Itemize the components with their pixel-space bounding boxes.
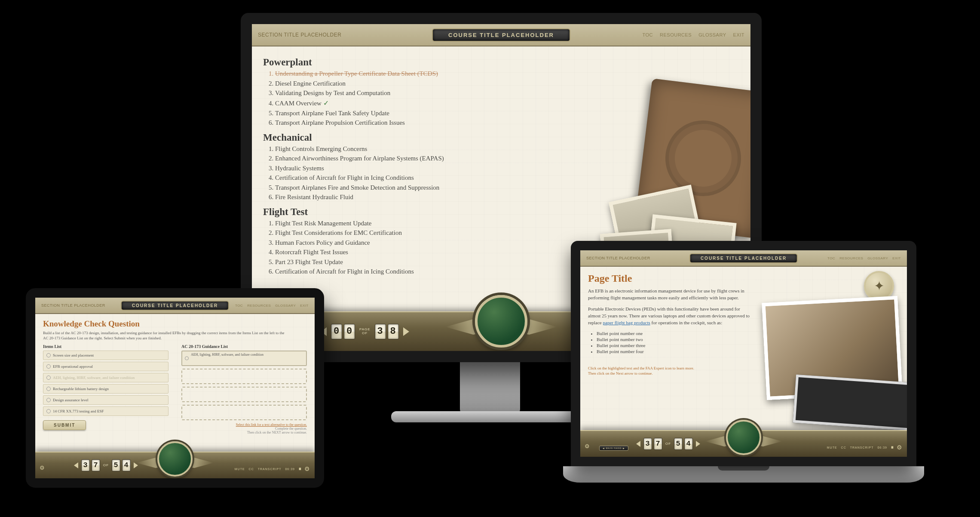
- page-of-label: PAGE OF: [359, 328, 371, 335]
- laptop-base: [563, 466, 924, 483]
- knowledge-check-columns: Items List Screen size and placement EFB…: [43, 344, 307, 434]
- of-word: OF: [362, 332, 368, 335]
- time-display: 06:39: [285, 468, 295, 471]
- page-of-label: OF: [103, 464, 109, 468]
- page-title: Page Title: [588, 273, 899, 284]
- course-title-plate: COURSE TITLE PLACEHOLDER: [689, 253, 798, 263]
- digit: 4: [684, 438, 693, 450]
- nav-exit[interactable]: EXIT: [300, 304, 309, 308]
- section-heading-powerplant: Powerplant: [263, 57, 739, 68]
- cc-button[interactable]: CC: [841, 446, 846, 449]
- nav-glossary[interactable]: GLOSSARY: [698, 32, 726, 37]
- nav-glossary[interactable]: GLOSSARY: [867, 256, 888, 260]
- tablet-device: SECTION TITLE PLACEHOLDER COURSE TITLE P…: [26, 288, 327, 488]
- drop-slot-empty[interactable]: [181, 369, 307, 384]
- digit: 5: [674, 438, 683, 450]
- text-alternative-link[interactable]: Select this link for a text alternative …: [236, 423, 307, 427]
- digit: 7: [92, 459, 100, 471]
- digit: 3: [643, 438, 652, 450]
- settings-gear-icon[interactable]: ⚙: [585, 443, 590, 450]
- nav-toc[interactable]: TOC: [827, 256, 835, 260]
- next-page-arrow[interactable]: [134, 462, 138, 468]
- secondary-photo: [793, 375, 907, 431]
- header-nav: TOC RESOURCES GLOSSARY EXIT: [235, 304, 309, 308]
- nav-exit[interactable]: EXIT: [733, 32, 744, 37]
- mute-button[interactable]: MUTE: [235, 468, 245, 471]
- draggable-item[interactable]: Rechargeable lithium battery design: [43, 384, 168, 394]
- kc-footer-hints: Select this link for a text alternative …: [181, 423, 307, 434]
- settings-gear-icon[interactable]: ⚙: [40, 465, 45, 471]
- footer-bar: ⚙ ◀ MAIN HANG ▶ 3 7 OF 5 4 MU: [580, 430, 907, 457]
- page-title: Knowledge Check Question: [43, 319, 307, 329]
- laptop-notch: [718, 466, 769, 471]
- toc-item-label: CAAM Overview: [275, 100, 322, 107]
- submit-button[interactable]: SUBMIT: [43, 420, 86, 430]
- section-title-placeholder: SECTION TITLE PLACEHOLDER: [258, 32, 341, 38]
- nav-resources[interactable]: RESOURCES: [839, 256, 863, 260]
- tablet-screen: SECTION TITLE PLACEHOLDER COURSE TITLE P…: [26, 288, 324, 488]
- laptop-screen: SECTION TITLE PLACEHOLDER COURSE TITLE P…: [571, 241, 916, 466]
- draggable-item[interactable]: Screen size and placement: [43, 351, 168, 360]
- gear-icon[interactable]: [304, 465, 310, 472]
- channel-plate: ◀ MAIN HANG ▶: [599, 446, 628, 451]
- header-bar: SECTION TITLE PLACEHOLDER COURSE TITLE P…: [35, 298, 315, 314]
- section-title-placeholder: SECTION TITLE PLACEHOLDER: [41, 303, 105, 308]
- drop-slot-empty[interactable]: [181, 405, 307, 420]
- nav-resources[interactable]: RESOURCES: [247, 304, 271, 308]
- transcript-button[interactable]: TRANSCRIPT: [258, 468, 282, 471]
- prev-page-arrow[interactable]: [74, 462, 78, 468]
- current-page-digits: 0 0: [331, 324, 355, 339]
- next-page-arrow[interactable]: [696, 441, 700, 447]
- mute-button[interactable]: MUTE: [827, 446, 837, 449]
- faa-seal-icon: [475, 295, 527, 348]
- pager: 0 0 PAGE OF 3 8: [321, 324, 409, 339]
- pause-icon[interactable]: [299, 467, 300, 471]
- transcript-button[interactable]: TRANSCRIPT: [850, 446, 874, 449]
- toc-item[interactable]: Understanding a Propeller Type Certifica…: [275, 69, 739, 79]
- inline-link[interactable]: paper flight bag products: [603, 320, 650, 325]
- of-word: OF: [103, 464, 109, 468]
- body-paragraph: An EFB is an electronic information mana…: [588, 288, 750, 302]
- digit: 0: [344, 324, 355, 339]
- guidance-list-heading: AC 20-173 Guidance List: [181, 344, 307, 349]
- pause-icon[interactable]: [891, 446, 893, 449]
- cc-button[interactable]: CC: [249, 468, 254, 471]
- pager: 3 7 OF 5 4: [636, 438, 700, 450]
- nav-toc[interactable]: TOC: [235, 304, 243, 308]
- checkmark-icon: ✓: [323, 99, 329, 107]
- draggable-item-used[interactable]: AEH, lighting, HIRF, software, and failu…: [43, 373, 168, 382]
- body-paragraph: Portable Electronic Devices (PEDs) with …: [588, 306, 750, 326]
- header-bar: SECTION TITLE PLACEHOLDER COURSE TITLE P…: [580, 250, 907, 267]
- nav-toc[interactable]: TOC: [643, 32, 653, 37]
- footer-controls: MUTE CC TRANSCRIPT 06:39: [827, 444, 903, 451]
- section-title-placeholder: SECTION TITLE PLACEHOLDER: [586, 256, 650, 260]
- next-page-arrow[interactable]: [403, 327, 409, 336]
- gear-icon[interactable]: [897, 444, 903, 451]
- dropped-item-label: AEH, lighting, HIRF, software, and failu…: [182, 351, 306, 358]
- draggable-item[interactable]: 14 CFR XX.773 testing and ESF: [43, 406, 168, 416]
- page-of-label: OF: [665, 442, 671, 446]
- digit: 3: [81, 459, 90, 471]
- nav-exit[interactable]: EXIT: [892, 256, 901, 260]
- hint-text: Complete the question.: [181, 427, 307, 431]
- digit: 7: [654, 438, 662, 450]
- drop-slot-filled[interactable]: AEH, lighting, HIRF, software, and failu…: [181, 351, 307, 366]
- total-page-digits: 5 4: [674, 438, 693, 450]
- footer-controls: MUTE CC TRANSCRIPT 06:39: [235, 465, 310, 472]
- laptop-device: SECTION TITLE PLACEHOLDER COURSE TITLE P…: [563, 241, 924, 483]
- prev-page-arrow[interactable]: [636, 441, 640, 447]
- digit: 3: [375, 324, 386, 339]
- current-page-digits: 3 7: [643, 438, 662, 450]
- nav-resources[interactable]: RESOURCES: [660, 32, 692, 37]
- draggable-item[interactable]: Design assurance level: [43, 395, 168, 405]
- monitor-base: [391, 411, 589, 422]
- nav-glossary[interactable]: GLOSSARY: [275, 304, 296, 308]
- drop-slot-empty[interactable]: [181, 387, 307, 402]
- time-display: 06:39: [877, 446, 887, 449]
- guidance-list-column: AC 20-173 Guidance List AEH, lighting, H…: [181, 344, 307, 434]
- draggable-item[interactable]: EFB operational approval: [43, 362, 168, 371]
- digit: 5: [112, 459, 120, 471]
- of-word: OF: [665, 442, 671, 446]
- laptop-content: ✦ Page Title An EFB is an electronic inf…: [580, 267, 907, 436]
- digit: 4: [122, 459, 131, 471]
